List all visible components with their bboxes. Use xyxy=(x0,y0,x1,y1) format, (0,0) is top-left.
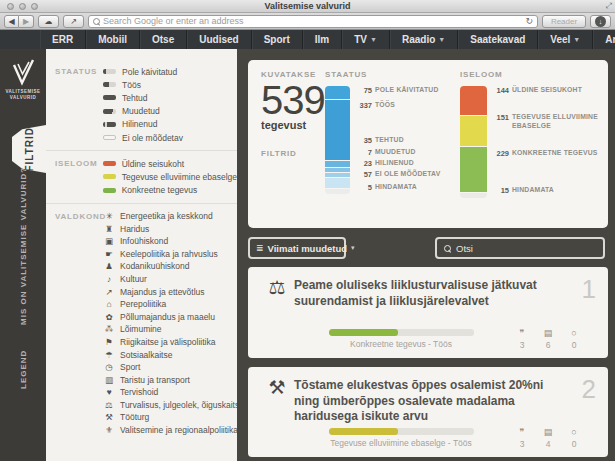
downloads-button[interactable]: ↓ xyxy=(590,15,611,28)
comment-icon: ○ xyxy=(566,329,582,339)
staatus-chart: STAATUS 75POLE KÄIVITATUD337TÖÖS35TEHTUD… xyxy=(325,70,453,194)
filter-option-muudetud[interactable]: Muudetud xyxy=(103,105,237,118)
site-logo[interactable]: VALITSEMISE VALVURID xyxy=(0,57,46,102)
filter-option-ei-ole-moodetav[interactable]: Ei ole mõõdetav xyxy=(103,131,237,144)
filter-option-hilinenud[interactable]: Hilinenud xyxy=(103,118,237,131)
iseloom-swatch-icon xyxy=(103,161,116,166)
valdkond-label: Riigikaitse ja välispoliitika xyxy=(120,337,215,347)
filter-option-tegevuse-elluviimine[interactable]: Tegevuse elluviimine ebaselge xyxy=(103,170,237,183)
search-box[interactable] xyxy=(435,237,605,259)
reader-button[interactable]: Reader xyxy=(542,15,586,28)
filter-option-valdkond-7[interactable]: ⌂Perepoliitika xyxy=(103,298,237,311)
status-swatch-icon xyxy=(103,109,116,114)
search-input[interactable] xyxy=(456,243,596,254)
progress-block: Konkreetne tegevus - Töös xyxy=(296,329,506,349)
activity-card[interactable]: ⚖ Peame oluliseks liiklusturvalisuse jät… xyxy=(248,267,608,358)
activity-card[interactable]: ⚒ Tõstame elukestvas õppes osalemist 20%… xyxy=(248,367,608,457)
nav-item-otse[interactable]: Otse xyxy=(140,30,187,49)
segment-label: TEHTUD xyxy=(375,136,404,148)
nav-item-ilm[interactable]: Ilm xyxy=(303,30,342,49)
chevron-down-icon: ▼ xyxy=(573,36,580,43)
valdkond-label: Perepoliitika xyxy=(120,299,166,309)
filter-option-valdkond-11[interactable]: ☂Sotsiaalkaitse xyxy=(103,348,237,361)
segment-value: 144 xyxy=(494,86,509,113)
tab-legend[interactable]: LEGEND xyxy=(0,341,46,389)
address-bar[interactable]: ↻ xyxy=(88,15,538,28)
filter-option-valdkond-15[interactable]: ⚖Turvalisus, julgeolek, õiguskaitse xyxy=(103,399,237,412)
bar-segment-label: 57EI OLE MÕÕDETAV xyxy=(357,170,453,183)
news-stat[interactable]: ▤ 4 xyxy=(540,428,556,449)
nav-item-veel[interactable]: Veel▼ xyxy=(538,30,593,49)
filter-option-valdkond-4[interactable]: ♟Kodanikuühiskond xyxy=(103,260,237,273)
nav-item-saatekavad[interactable]: Saatekavad xyxy=(458,30,538,49)
bar-segment xyxy=(325,86,350,100)
quotes-stat[interactable]: ❞ 3 xyxy=(514,428,530,449)
window-title: Valitsemise valvurid xyxy=(0,1,615,11)
scales-icon: ⚖ xyxy=(260,278,294,309)
filter-option-valdkond-8[interactable]: ✿Põllumajandus ja maaelu xyxy=(103,310,237,323)
nav-item-err[interactable]: ERR xyxy=(40,30,86,49)
filter-option-toos[interactable]: Töös xyxy=(103,78,237,91)
nav-item-arhiiv[interactable]: Arhiiv xyxy=(593,30,615,49)
filter-panel: STAATUS Pole käivitatud Töös Tehtud Muud… xyxy=(46,49,237,461)
filter-option-konkreetne-tegevus[interactable]: Konkreetne tegevus xyxy=(103,184,237,197)
filter-option-valdkond-13[interactable]: ▥Taristu ja transport xyxy=(103,373,237,386)
valdkond-label: Keelepoliitika ja rahvuslus xyxy=(120,249,218,259)
bar-segment-label: 23HILINENUD xyxy=(357,159,453,170)
filter-option-valdkond-5[interactable]: ♪Kultuur xyxy=(103,273,237,286)
filter-section-valdkond: VALDKOND ✳Energeetika ja keskkond♜Haridu… xyxy=(46,203,237,443)
iseloom-swatch-icon xyxy=(103,174,116,179)
filter-option-uldine-seisukoht[interactable]: Üldine seisukoht xyxy=(103,157,237,170)
tab-filtrid[interactable]: FILTRID xyxy=(12,125,46,173)
address-input[interactable] xyxy=(103,16,522,26)
bar-segment xyxy=(460,147,487,193)
filter-option-valdkond-9[interactable]: ⁂Lõimumine xyxy=(103,323,237,336)
filter-option-valdkond-1[interactable]: ♜Haridus xyxy=(103,222,237,235)
valdkond-label: Kultuur xyxy=(120,274,147,284)
news-stat[interactable]: ▤ 6 xyxy=(540,329,556,350)
icloud-button[interactable]: ☁ xyxy=(38,15,59,28)
expand-icon[interactable]: ⤢ xyxy=(606,1,612,11)
tab-about[interactable]: MIS ON VALITSEMISE VALVURID? xyxy=(0,195,46,325)
sort-dropdown[interactable]: ≣ Viimati muudetud ▾ xyxy=(248,237,346,259)
search-icon xyxy=(444,245,451,252)
quotes-stat[interactable]: ❞ 3 xyxy=(514,329,530,350)
checkmark-logo-icon xyxy=(8,57,38,87)
filter-option-valdkond-12[interactable]: ◷Sport xyxy=(103,361,237,374)
comments-stat[interactable]: ○ 0 xyxy=(566,329,582,350)
filter-option-valdkond-0[interactable]: ✳Energeetika ja keskkond xyxy=(103,210,237,223)
bar-segment xyxy=(325,178,350,189)
valdkond-label: Tööturg xyxy=(120,412,149,422)
filter-option-tehtud[interactable]: Tehtud xyxy=(103,91,237,104)
plant-icon: ✿ xyxy=(103,312,115,322)
filter-option-valdkond-16[interactable]: ⚒Tööturg xyxy=(103,411,237,424)
nav-item-mobiil[interactable]: Mobiil xyxy=(86,30,140,49)
segment-value: 5 xyxy=(357,183,372,194)
forward-button[interactable]: ▶ xyxy=(19,15,34,28)
energy-icon: ✳ xyxy=(103,211,115,221)
nav-item-sport[interactable]: Sport xyxy=(252,30,303,49)
back-button[interactable]: ◀ xyxy=(4,15,19,28)
list-icon: ≣ xyxy=(256,243,264,253)
nav-item-raadio[interactable]: Raadio▼ xyxy=(390,30,458,49)
filtrid-label: FILTRID xyxy=(261,149,323,158)
filter-option-valdkond-6[interactable]: ↗Majandus ja ettevõtlus xyxy=(103,285,237,298)
bar-segment-label: 75POLE KÄIVITATUD xyxy=(357,86,453,101)
filter-option-valdkond-3[interactable]: ☛Keelepoliitika ja rahvuslus xyxy=(103,247,237,260)
filter-option-valdkond-14[interactable]: ♥Tervishoid xyxy=(103,386,237,399)
nav-item-tv[interactable]: TV▼ xyxy=(342,30,390,49)
filter-option-valdkond-10[interactable]: ⚑Riigikaitse ja välispoliitika xyxy=(103,336,237,349)
filter-option-valdkond-2[interactable]: ▣Infoühiskond xyxy=(103,235,237,248)
status-swatch-icon xyxy=(103,82,116,87)
heart-icon: ♥ xyxy=(103,387,115,397)
valdkond-label: Taristu ja transport xyxy=(120,375,190,385)
bar-segment-label: 229KONKREETNE TEGEVUS xyxy=(494,149,602,186)
comments-stat[interactable]: ○ 0 xyxy=(566,428,582,449)
nav-item-uudised[interactable]: Uudised xyxy=(187,30,251,49)
filter-option-pole-kaivitatud[interactable]: Pole käivitatud xyxy=(103,65,237,78)
filter-option-valdkond-17[interactable]: ⚜Valitsemine ja regionaalpoliitika xyxy=(103,424,237,437)
share-button[interactable]: ↗ xyxy=(63,15,84,28)
reload-icon[interactable]: ↻ xyxy=(525,16,533,26)
segment-label: HILINENUD xyxy=(375,159,414,170)
comment-icon: ○ xyxy=(566,428,582,438)
